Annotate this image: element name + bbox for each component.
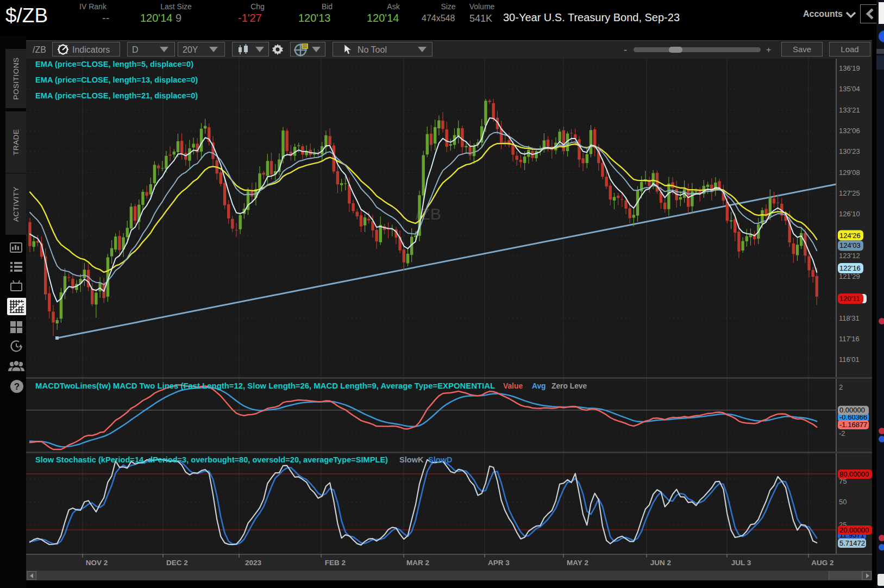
svg-text:116'01: 116'01 — [839, 355, 860, 364]
svg-text:50: 50 — [839, 498, 847, 506]
svg-text:126'10: 126'10 — [839, 210, 860, 218]
svg-text:MAR 2: MAR 2 — [406, 559, 429, 567]
svg-text:133'21: 133'21 — [839, 106, 860, 114]
svg-text:0.00000: 0.00000 — [839, 406, 865, 414]
svg-text:FEB 2: FEB 2 — [325, 559, 346, 567]
svg-text:117'16: 117'16 — [839, 335, 860, 343]
svg-text:136'19: 136'19 — [839, 64, 860, 72]
svg-text:5.71472: 5.71472 — [839, 539, 865, 547]
svg-text:124'03: 124'03 — [839, 241, 861, 249]
svg-text:SlowK: SlowK — [399, 455, 424, 464]
svg-text:2023: 2023 — [245, 559, 262, 567]
svg-text:MACDTwoLines(tw) MACD Two Line: MACDTwoLines(tw) MACD Two Lines (Fast Le… — [35, 381, 495, 390]
svg-text:124'26: 124'26 — [839, 232, 861, 240]
svg-text:AUG 2: AUG 2 — [811, 559, 833, 567]
svg-text:?: ? — [14, 381, 20, 392]
svg-text:MAY 2: MAY 2 — [567, 559, 588, 567]
svg-text:120'11: 120'11 — [839, 295, 860, 303]
svg-text:Value: Value — [503, 382, 523, 390]
svg-text:-1.16877: -1.16877 — [839, 421, 867, 429]
svg-text:130'23: 130'23 — [839, 147, 860, 155]
svg-text:EMA (price=CLOSE, length=13, d: EMA (price=CLOSE, length=13, displace=0) — [35, 76, 198, 84]
svg-text:123'12: 123'12 — [839, 252, 860, 260]
svg-text:118'31: 118'31 — [839, 314, 860, 322]
svg-text:JUL 3: JUL 3 — [731, 559, 751, 567]
svg-text:JUN 2: JUN 2 — [650, 559, 671, 567]
svg-text:EMA (price=CLOSE, length=21, d: EMA (price=CLOSE, length=21, displace=0) — [35, 91, 198, 100]
svg-text:2: 2 — [839, 383, 843, 391]
svg-text:129'08: 129'08 — [839, 168, 860, 177]
svg-text:122'16: 122'16 — [839, 264, 861, 272]
svg-text:20.00000: 20.00000 — [839, 526, 869, 534]
svg-text:DEC 2: DEC 2 — [166, 559, 188, 567]
svg-text:121'29: 121'29 — [839, 272, 860, 280]
svg-text:80.00000: 80.00000 — [839, 470, 869, 478]
svg-text:SlowD: SlowD — [428, 455, 453, 464]
svg-text:EMA (price=CLOSE, length=5, di: EMA (price=CLOSE, length=5, displace=0) — [35, 60, 193, 68]
svg-text:135'04: 135'04 — [839, 85, 860, 93]
svg-text:Avg: Avg — [532, 382, 546, 390]
svg-text:132'06: 132'06 — [839, 127, 860, 135]
svg-text:NOV 2: NOV 2 — [86, 559, 108, 567]
svg-text:Zero Leve: Zero Leve — [551, 382, 587, 390]
svg-text:127'25: 127'25 — [839, 189, 860, 197]
svg-text:APR 3: APR 3 — [488, 559, 510, 567]
svg-text:Slow Stochastic (kPeriod=14, d: Slow Stochastic (kPeriod=14, dPeriod=3, … — [35, 455, 388, 464]
svg-text:-2: -2 — [839, 429, 845, 437]
